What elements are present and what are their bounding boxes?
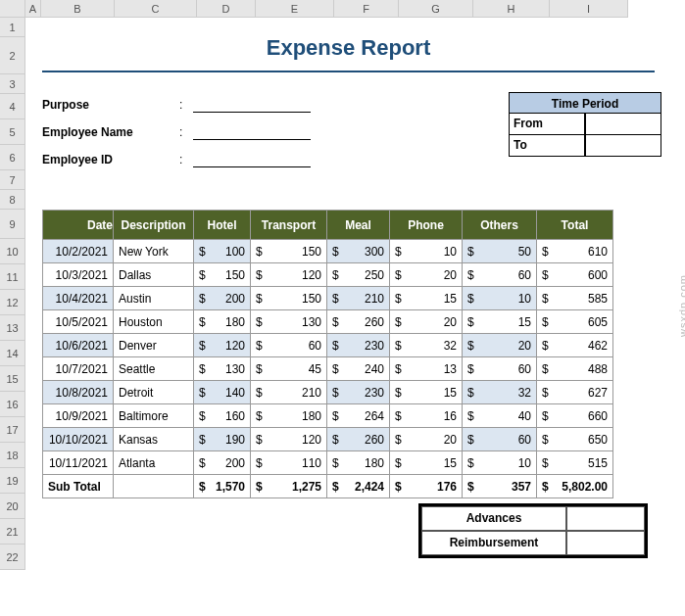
- cell-description[interactable]: Seattle: [114, 357, 194, 381]
- cell-description[interactable]: Austin: [114, 287, 194, 310]
- cell-transport[interactable]: $180: [251, 404, 327, 428]
- cell-transport[interactable]: $110: [251, 451, 327, 475]
- from-input[interactable]: [585, 114, 661, 135]
- cell-hotel[interactable]: $150: [194, 263, 251, 287]
- cell-total[interactable]: $585: [537, 287, 613, 310]
- cell-description[interactable]: Dallas: [114, 263, 194, 287]
- cell-phone[interactable]: $15: [390, 381, 463, 404]
- row-17[interactable]: 17: [0, 417, 25, 443]
- cell-total[interactable]: $660: [537, 404, 613, 428]
- cell-meal[interactable]: $250: [327, 263, 390, 287]
- col-F[interactable]: F: [334, 0, 399, 18]
- employee-name-input[interactable]: [193, 124, 311, 140]
- row-16[interactable]: 16: [0, 392, 25, 417]
- cell-total[interactable]: $610: [537, 240, 613, 263]
- row-6[interactable]: 6: [0, 145, 25, 170]
- cell-hotel[interactable]: $120: [194, 334, 251, 357]
- cell-total[interactable]: $462: [537, 334, 613, 357]
- cell-meal[interactable]: $240: [327, 357, 390, 381]
- cell-total[interactable]: $627: [537, 381, 613, 404]
- cell-meal[interactable]: $260: [327, 428, 390, 451]
- row-11[interactable]: 11: [0, 264, 25, 290]
- col-E[interactable]: E: [256, 0, 334, 18]
- to-input[interactable]: [585, 135, 661, 157]
- cell-description[interactable]: Baltimore: [114, 404, 194, 428]
- cell-hotel[interactable]: $130: [194, 357, 251, 381]
- cell-date[interactable]: 10/11/2021: [43, 451, 114, 475]
- row-7[interactable]: 7: [0, 170, 25, 190]
- cell-transport[interactable]: $60: [251, 334, 327, 357]
- cell-hotel[interactable]: $200: [194, 287, 251, 310]
- cell-transport[interactable]: $210: [251, 381, 327, 404]
- cell-description[interactable]: Kansas: [114, 428, 194, 451]
- advances-value[interactable]: [566, 506, 645, 531]
- col-I[interactable]: I: [550, 0, 628, 18]
- row-3[interactable]: 3: [0, 74, 25, 94]
- employee-id-input[interactable]: [193, 152, 311, 167]
- table-row[interactable]: 10/11/2021 Atlanta $200 $110 $180 $15 $1…: [43, 451, 613, 475]
- table-row[interactable]: 10/5/2021 Houston $180 $130 $260 $20 $15…: [43, 310, 613, 334]
- cell-others[interactable]: $60: [463, 357, 537, 381]
- row-14[interactable]: 14: [0, 341, 25, 366]
- cell-hotel[interactable]: $200: [194, 451, 251, 475]
- cell-total[interactable]: $600: [537, 263, 613, 287]
- cell-description[interactable]: Detroit: [114, 381, 194, 404]
- cell-date[interactable]: 10/10/2021: [43, 428, 114, 451]
- cell-phone[interactable]: $20: [390, 428, 463, 451]
- table-row[interactable]: 10/6/2021 Denver $120 $60 $230 $32 $20 $…: [43, 334, 613, 357]
- col-A[interactable]: A: [25, 0, 41, 18]
- col-G[interactable]: G: [399, 0, 473, 18]
- cell-phone[interactable]: $20: [390, 263, 463, 287]
- row-1[interactable]: 1: [0, 18, 25, 37]
- cell-description[interactable]: Denver: [114, 334, 194, 357]
- cell-date[interactable]: 10/3/2021: [43, 263, 114, 287]
- row-21[interactable]: 21: [0, 519, 25, 545]
- cell-description[interactable]: Atlanta: [114, 451, 194, 475]
- row-9[interactable]: 9: [0, 210, 25, 239]
- row-20[interactable]: 20: [0, 494, 25, 519]
- cell-meal[interactable]: $210: [327, 287, 390, 310]
- row-2[interactable]: 2: [0, 37, 25, 74]
- cell-phone[interactable]: $13: [390, 357, 463, 381]
- col-B[interactable]: B: [41, 0, 115, 18]
- cell-others[interactable]: $20: [463, 334, 537, 357]
- cell-hotel[interactable]: $190: [194, 428, 251, 451]
- table-row[interactable]: 10/3/2021 Dallas $150 $120 $250 $20 $60 …: [43, 263, 613, 287]
- row-12[interactable]: 12: [0, 290, 25, 315]
- cell-date[interactable]: 10/4/2021: [43, 287, 114, 310]
- row-8[interactable]: 8: [0, 190, 25, 210]
- cell-transport[interactable]: $150: [251, 240, 327, 263]
- reimbursement-value[interactable]: [566, 531, 645, 555]
- cell-transport[interactable]: $120: [251, 428, 327, 451]
- cell-transport[interactable]: $130: [251, 310, 327, 334]
- cell-meal[interactable]: $180: [327, 451, 390, 475]
- row-4[interactable]: 4: [0, 94, 25, 119]
- cell-hotel[interactable]: $180: [194, 310, 251, 334]
- cell-description[interactable]: Houston: [114, 310, 194, 334]
- row-5[interactable]: 5: [0, 119, 25, 145]
- cell-hotel[interactable]: $160: [194, 404, 251, 428]
- cell-date[interactable]: 10/6/2021: [43, 334, 114, 357]
- cell-date[interactable]: 10/5/2021: [43, 310, 114, 334]
- cell-transport[interactable]: $120: [251, 263, 327, 287]
- cell-phone[interactable]: $15: [390, 287, 463, 310]
- cell-total[interactable]: $515: [537, 451, 613, 475]
- cell-phone[interactable]: $10: [390, 240, 463, 263]
- table-row[interactable]: 10/4/2021 Austin $200 $150 $210 $15 $10 …: [43, 287, 613, 310]
- cell-date[interactable]: 10/9/2021: [43, 404, 114, 428]
- cell-others[interactable]: $50: [463, 240, 537, 263]
- cell-total[interactable]: $488: [537, 357, 613, 381]
- table-row[interactable]: 10/2/2021 New York $100 $150 $300 $10 $5…: [43, 240, 613, 263]
- row-18[interactable]: 18: [0, 443, 25, 468]
- row-10[interactable]: 10: [0, 239, 25, 264]
- row-13[interactable]: 13: [0, 315, 25, 341]
- table-row[interactable]: 10/10/2021 Kansas $190 $120 $260 $20 $60…: [43, 428, 613, 451]
- cell-description[interactable]: New York: [114, 240, 194, 263]
- cell-phone[interactable]: $16: [390, 404, 463, 428]
- cell-transport[interactable]: $45: [251, 357, 327, 381]
- purpose-input[interactable]: [193, 97, 311, 113]
- table-row[interactable]: 10/7/2021 Seattle $130 $45 $240 $13 $60 …: [43, 357, 613, 381]
- row-15[interactable]: 15: [0, 366, 25, 392]
- cell-hotel[interactable]: $100: [194, 240, 251, 263]
- cell-total[interactable]: $650: [537, 428, 613, 451]
